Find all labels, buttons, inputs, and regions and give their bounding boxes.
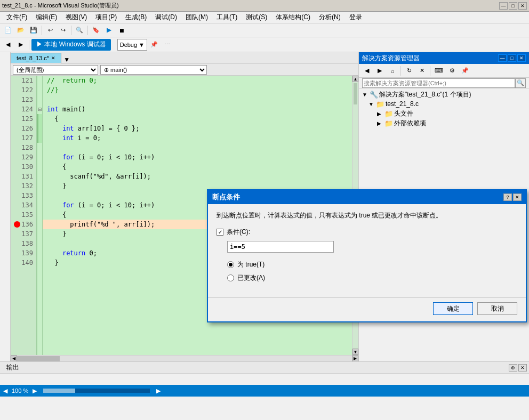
dialog-body: 到达断点位置时，计算表达式的值，只有表达式为 true 或已更改才命中该断点。 … xyxy=(208,204,526,297)
radio-changed[interactable] xyxy=(227,274,234,281)
dialog-title: 断点条件 xyxy=(212,192,502,202)
radio-true-label: 为 true(T) xyxy=(237,260,264,269)
radio-changed-label: 已更改(A) xyxy=(237,273,265,282)
condition-checkbox[interactable] xyxy=(217,229,223,236)
radio-group: 为 true(T) 已更改(A) xyxy=(217,260,517,282)
radio-row-changed: 已更改(A) xyxy=(227,273,517,282)
dialog-help-button[interactable]: ? xyxy=(503,193,512,201)
condition-label: 条件(C): xyxy=(227,228,250,237)
condition-input-row xyxy=(217,241,517,253)
dialog-close-button[interactable]: ✕ xyxy=(513,193,522,201)
dialog-title-bar: 断点条件 ? ✕ xyxy=(208,190,526,204)
dialog-description: 到达断点位置时，计算表达式的值，只有表达式为 true 或已更改才命中该断点。 xyxy=(217,211,517,220)
condition-value-input[interactable] xyxy=(227,241,334,253)
dialog-ok-button[interactable]: 确定 xyxy=(433,302,473,315)
dialog-cancel-button[interactable]: 取消 xyxy=(477,302,517,315)
condition-checkbox-row: 条件(C): xyxy=(217,228,517,237)
dialog-overlay: 断点条件 ? ✕ 到达断点位置时，计算表达式的值，只有表达式为 true 或已更… xyxy=(0,0,529,420)
radio-row-true: 为 true(T) xyxy=(227,260,517,269)
breakpoint-condition-dialog: 断点条件 ? ✕ 到达断点位置时，计算表达式的值，只有表达式为 true 或已更… xyxy=(207,189,527,322)
radio-true[interactable] xyxy=(227,261,234,268)
dialog-footer: 确定 取消 xyxy=(208,297,526,321)
